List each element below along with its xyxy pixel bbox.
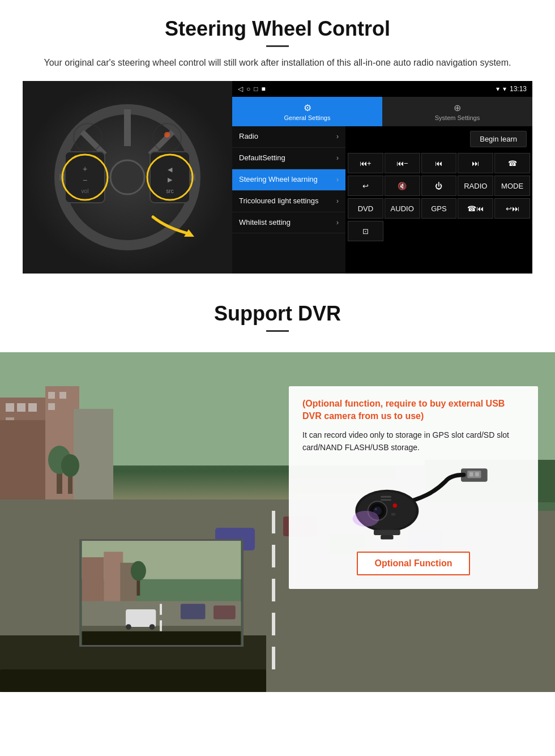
menu-item-tricoloured[interactable]: Tricoloured light settings › [232,191,345,212]
ctrl-vol-down[interactable]: ⏮− [385,153,420,173]
tab-general-settings[interactable]: ⚙ General Settings [232,97,382,126]
tab-system-settings[interactable]: ⊕ System Settings [382,97,532,126]
svg-point-6 [110,160,144,194]
steering-photo-inner: + − vol ◀ ▶ src [23,81,232,274]
svg-rect-29 [48,392,55,399]
menu-item-default[interactable]: DefaultSetting › [232,148,345,169]
ctrl-audio[interactable]: AUDIO [385,198,420,219]
tab-system-label: System Settings [435,114,480,121]
svg-point-36 [61,454,79,477]
begin-learn-row: Begin learn [345,126,532,152]
svg-rect-80 [381,496,391,497]
svg-rect-83 [381,535,393,539]
ctrl-hangup[interactable]: ↩ [348,176,383,196]
svg-rect-23 [6,403,14,412]
svg-point-67 [150,624,155,630]
svg-rect-81 [381,499,391,501]
dvr-scene: (Optional function, require to buy exter… [0,352,555,692]
controls-row-4: ⊡ [345,220,532,242]
svg-rect-24 [17,403,25,412]
steering-section: Steering Wheel Control Your original car… [0,0,555,285]
ctrl-mute[interactable]: 🔇 [385,176,420,196]
ctrl-dvd[interactable]: DVD [348,198,383,219]
controls-row-2: ↩ 🔇 ⏻ RADIO MODE [345,174,532,197]
svg-text:◀: ◀ [168,166,173,173]
ctrl-prev[interactable]: ⏮ [421,153,457,173]
dvr-info-box: (Optional function, require to buy exter… [289,386,538,589]
svg-rect-68 [82,631,241,645]
settings-icon: ⚙ [304,102,311,113]
svg-rect-62 [160,620,162,631]
dvr-title-area: Support DVR [0,285,555,352]
menu-radio-label: Radio [239,132,258,142]
svg-rect-51 [0,669,266,692]
nav-back-icon: ◁ [238,85,243,93]
dvr-camera-area [302,463,524,543]
svg-point-58 [131,561,146,581]
title-divider [266,45,289,47]
svg-text:−: − [83,176,87,185]
steering-photo: + − vol ◀ ▶ src [23,81,232,274]
chevron-icon-3: › [336,176,339,183]
svg-rect-64 [214,605,236,619]
chevron-icon-4: › [336,197,339,205]
svg-rect-31 [48,403,55,410]
steering-description: Your original car's steering wheel contr… [34,56,521,70]
menu-tricoloured-label: Tricoloured light settings [239,197,318,206]
menu-default-label: DefaultSetting [239,153,285,163]
menu-item-steering[interactable]: Steering Wheel learning › [232,169,345,191]
ctrl-mode[interactable]: MODE [494,176,530,196]
svg-rect-63 [181,604,206,619]
dashcam-preview [79,539,244,647]
ctrl-power[interactable]: ⏻ [421,176,457,196]
chevron-icon-5: › [336,219,339,227]
tab-general-label: General Settings [284,114,331,121]
begin-learn-button[interactable]: Begin learn [470,131,527,147]
svg-rect-39 [272,545,275,567]
ctrl-back-next[interactable]: ↩⏭ [494,198,530,219]
svg-rect-55 [104,552,123,606]
svg-rect-38 [272,511,275,533]
wifi-icon: ▾ [503,85,506,93]
ctrl-next[interactable]: ⏭ [458,153,493,173]
ctrl-extra[interactable]: ⊡ [348,221,383,241]
svg-rect-72 [475,472,479,476]
ctrl-call-prev[interactable]: ☎⏮ [458,198,493,219]
svg-rect-25 [28,403,37,412]
dvr-optional-notice: (Optional function, require to buy exter… [302,398,524,423]
optional-function-button[interactable]: Optional Function [357,552,471,575]
svg-rect-85 [391,512,395,515]
svg-point-84 [353,511,379,527]
nav-recents-icon: □ [254,85,258,93]
ctrl-gps[interactable]: GPS [421,198,457,219]
chevron-icon-2: › [336,154,339,162]
menu-item-whitelist[interactable]: Whitelist setting › [232,212,345,234]
ctrl-radio[interactable]: RADIO [458,176,493,196]
dvr-camera-svg [328,463,498,543]
svg-rect-32 [74,409,113,511]
statusbar-time: 13:13 [510,85,527,93]
nav-menu-icon: ■ [262,85,266,93]
menu-whitelist-label: Whitelist setting [239,218,291,228]
steering-content-area: + − vol ◀ ▶ src [23,81,532,274]
tab-bar: ⚙ General Settings ⊕ System Settings [232,97,532,126]
control-panel: Begin learn ⏮+ ⏮− ⏮ ⏭ ☎ ↩ 🔇 ⏻ [345,126,532,274]
dashcam-footage-svg [81,541,242,645]
svg-point-78 [375,508,377,510]
menu-list: Radio › DefaultSetting › Steering Wheel … [232,126,345,274]
dvr-divider [266,330,289,332]
svg-text:vol: vol [82,188,89,194]
svg-text:src: src [166,188,173,194]
svg-rect-70 [467,471,481,478]
svg-point-79 [393,503,397,507]
ctrl-vol-up[interactable]: ⏮+ [348,153,383,173]
controls-row-1: ⏮+ ⏮− ⏮ ⏭ ☎ [345,152,532,174]
signal-icon: ▾ [496,85,500,93]
svg-rect-30 [59,392,66,399]
ctrl-call[interactable]: ☎ [494,153,530,173]
svg-rect-82 [374,529,400,535]
menu-item-radio[interactable]: Radio › [232,126,345,148]
android-statusbar: ◁ ○ □ ■ ▾ ▾ 13:13 [232,81,532,97]
svg-point-66 [126,624,131,630]
svg-rect-71 [469,472,473,476]
